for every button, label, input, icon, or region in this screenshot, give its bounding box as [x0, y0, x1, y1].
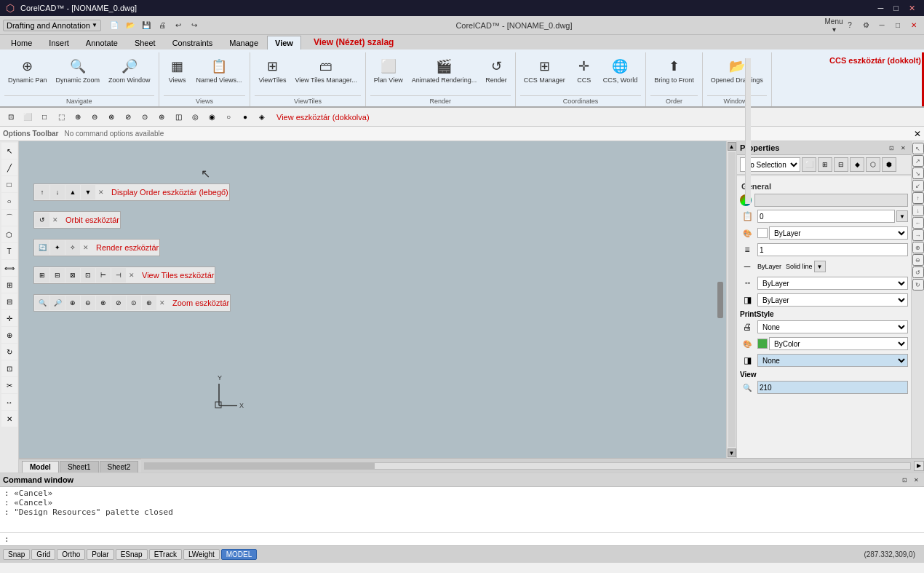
snap-btn[interactable]: Snap — [3, 549, 30, 560]
settings-btn[interactable]: ⚙ — [859, 18, 873, 33]
vt-btn-11[interactable]: ◫ — [170, 109, 186, 125]
bylayer-select[interactable]: ByLayer — [769, 226, 908, 240]
options-toolbar-close-btn[interactable]: ✕ — [914, 129, 921, 139]
tab-sheet1[interactable]: Sheet1 — [60, 461, 99, 473]
maximize-window-btn[interactable]: □ — [891, 18, 905, 33]
print-btn[interactable]: 🖨 — [155, 18, 170, 33]
vt-btn-10[interactable]: ⊛ — [154, 109, 170, 125]
tab-model[interactable]: Model — [22, 461, 59, 473]
vt-btn-7[interactable]: ⊗ — [103, 109, 119, 125]
tab-constraints[interactable]: Constraints — [164, 36, 221, 50]
vscroll-down-btn[interactable]: ▼ — [728, 448, 736, 457]
rt-btn-8[interactable]: → — [912, 229, 924, 241]
view-value-input[interactable] — [757, 381, 908, 394]
tab-insert[interactable]: Insert — [41, 36, 77, 50]
print-none2-select[interactable]: None — [757, 354, 908, 367]
bycolor-select[interactable]: ByColor — [769, 337, 908, 350]
polar-btn[interactable]: Polar — [87, 549, 113, 560]
vt-btn-13[interactable]: ◉ — [204, 109, 220, 125]
lt-move-btn[interactable]: ✛ — [1, 310, 17, 326]
cmd-float-btn[interactable]: ⊡ — [899, 475, 909, 485]
ft-tiles-6[interactable]: ⊣ — [111, 268, 126, 282]
command-input-area[interactable]: : — [0, 532, 924, 545]
props-close-btn[interactable]: ✕ — [898, 143, 908, 153]
props-icon-btn-5[interactable]: ⬡ — [866, 157, 880, 172]
lt-rect-btn[interactable]: □ — [1, 176, 17, 192]
ft-display-1[interactable]: ↑ — [35, 185, 49, 199]
rt-btn-6[interactable]: ↓ — [912, 205, 924, 216]
model-btn[interactable]: MODEL — [221, 549, 258, 560]
lt-hatch-btn[interactable]: ⊞ — [1, 277, 17, 293]
print-none-select[interactable]: None — [757, 320, 908, 333]
ft-zoom-4[interactable]: ⊖ — [81, 296, 95, 310]
etrack-btn[interactable]: ETrack — [149, 549, 182, 560]
hscroll-thumb[interactable] — [145, 463, 375, 469]
lt-line-btn[interactable]: ╱ — [1, 159, 17, 175]
ft-zoom-8[interactable]: ⊛ — [142, 296, 156, 310]
help-btn[interactable]: ? — [843, 18, 857, 33]
props-icon-btn-2[interactable]: ⊞ — [818, 157, 832, 172]
vt-btn-9[interactable]: ⊙ — [137, 109, 153, 125]
close-btn[interactable]: ✕ — [906, 4, 918, 13]
plan-view-btn[interactable]: ⬜ Plan View — [370, 54, 407, 87]
render-close[interactable]: ✕ — [81, 242, 91, 253]
vt-btn-15[interactable]: ● — [237, 109, 253, 125]
rt-btn-5[interactable]: ↑ — [912, 192, 924, 204]
rt-btn-7[interactable]: ← — [912, 217, 924, 229]
ccs-manager-btn[interactable]: ⊞ CCS Manager — [520, 54, 569, 87]
vscroll-up-btn[interactable]: ▲ — [728, 142, 736, 151]
zoom-close[interactable]: ✕ — [157, 298, 167, 308]
props-icon-btn-4[interactable]: ◆ — [850, 157, 864, 172]
rt-btn-12[interactable]: ↻ — [912, 279, 924, 291]
ft-render-2[interactable]: ✦ — [50, 240, 65, 255]
rt-btn-4[interactable]: ↙ — [912, 180, 924, 191]
linetype-dropdown-btn[interactable]: ▼ — [814, 261, 826, 272]
vt-btn-16[interactable]: ◈ — [254, 109, 270, 125]
vt-btn-5[interactable]: ⊕ — [70, 109, 86, 125]
orbit-close[interactable]: ✕ — [50, 215, 60, 225]
ft-render-3[interactable]: ✧ — [65, 240, 80, 255]
minimize-btn[interactable]: ─ — [875, 4, 887, 13]
props-float-btn[interactable]: ⊡ — [886, 143, 896, 153]
lt-rotate-btn[interactable]: ↻ — [1, 344, 17, 360]
ortho-btn[interactable]: Ortho — [57, 549, 85, 560]
lt-trim-btn[interactable]: ✂ — [1, 377, 17, 393]
dynamic-pan-btn[interactable]: ⊕ Dynamic Pan — [4, 54, 51, 87]
ft-tiles-5[interactable]: ⊢ — [96, 268, 111, 282]
vt-btn-14[interactable]: ○ — [220, 109, 236, 125]
ft-display-2[interactable]: ↓ — [50, 185, 65, 199]
opened-drawings-btn[interactable]: 📂 Opened Drawings — [707, 54, 767, 87]
vt-btn-1[interactable]: ⊡ — [3, 109, 19, 125]
ft-zoom-7[interactable]: ⊙ — [127, 296, 141, 310]
maximize-btn[interactable]: □ — [891, 4, 901, 13]
lt-extend-btn[interactable]: ↔ — [1, 394, 17, 410]
tab-annotate[interactable]: Annotate — [78, 36, 126, 50]
lt-scale-btn[interactable]: ⊡ — [1, 360, 17, 376]
vt-btn-3[interactable]: □ — [36, 109, 52, 125]
ft-display-4[interactable]: ▼ — [81, 185, 95, 199]
props-icon-btn-3[interactable]: ⊟ — [834, 157, 848, 172]
new-file-btn[interactable]: 📄 — [107, 18, 122, 33]
tab-sheet[interactable]: Sheet — [127, 36, 164, 50]
lt-select-btn[interactable]: ↖ — [1, 143, 17, 159]
lt-arc-btn[interactable]: ⌒ — [1, 210, 17, 226]
undo-btn[interactable]: ↩ — [171, 18, 186, 33]
cmd-close-btn[interactable]: ✕ — [911, 475, 921, 485]
workspace-selector[interactable]: Drafting and Annotation ▼ — [3, 20, 101, 31]
viewtiles-btn[interactable]: ⊞ ViewTiles — [255, 54, 290, 87]
redo-btn[interactable]: ↪ — [187, 18, 202, 33]
lt-erase-btn[interactable]: ✕ — [1, 411, 17, 427]
workspace-dropdown-icon[interactable]: ▼ — [92, 22, 97, 28]
ft-tiles-1[interactable]: ⊞ — [35, 268, 49, 282]
ft-orbit-1[interactable]: ↺ — [35, 213, 49, 227]
rt-btn-1[interactable]: ↖ — [912, 143, 924, 154]
menu-btn[interactable]: Menu ▾ — [827, 18, 841, 33]
lt-copy-btn[interactable]: ⊕ — [1, 327, 17, 343]
linetype2-select[interactable]: ByLayer — [757, 277, 908, 290]
rt-btn-10[interactable]: ⊖ — [912, 254, 924, 266]
vt-btn-2[interactable]: ⬜ — [20, 109, 36, 125]
ccs-btn[interactable]: ✛ CCS — [570, 54, 598, 87]
animated-rendering-btn[interactable]: 🎬 Animated Rendering... — [408, 54, 481, 87]
tab-home[interactable]: Home — [3, 36, 40, 50]
lt-circle-btn[interactable]: ○ — [1, 193, 17, 209]
